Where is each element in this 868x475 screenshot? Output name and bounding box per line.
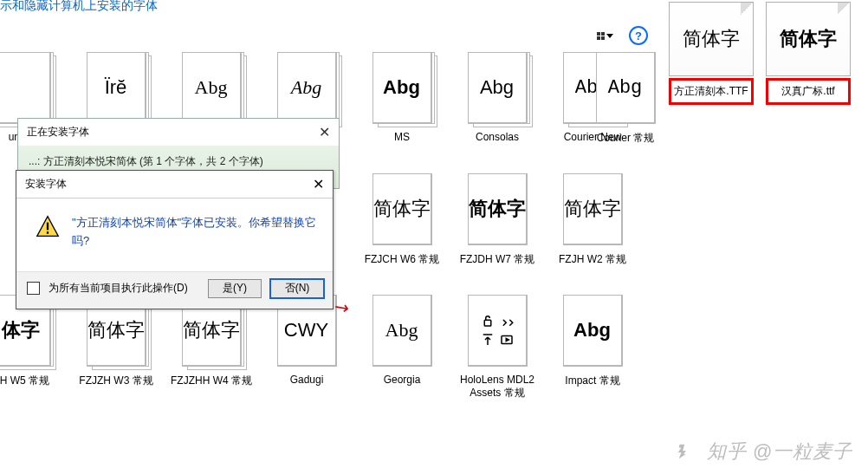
- warning-icon: [36, 214, 60, 251]
- font-grid-row-2: 简体字FZJCH W6 常规简体字FZJDH W7 常规简体字FZJH W2 常…: [355, 173, 639, 278]
- dialog-title: 安装字体: [25, 177, 67, 192]
- font-file-name-highlight: 汉真广标.ttf: [766, 78, 851, 105]
- font-item[interactable]: 简体字FZJDH W7 常规: [450, 173, 544, 278]
- grid-icon: [597, 32, 605, 40]
- font-item[interactable]: AbgMS: [355, 52, 449, 157]
- font-name: Consolas: [454, 131, 541, 157]
- no-button[interactable]: 否(N): [270, 279, 324, 298]
- font-item[interactable]: 简体字FZJH W2 常规: [546, 173, 639, 278]
- install-font-dialog: 安装字体 ✕ "方正清刻本悦宋简体"字体已安装。你希望替换它吗? 为所有当前项目…: [16, 170, 334, 309]
- font-item[interactable]: HoloLens MDL2 Assets 常规: [450, 295, 544, 400]
- font-preview: Abg: [372, 295, 432, 367]
- font-name: FZJZH W3 常规: [73, 374, 159, 400]
- font-preview: Abg: [563, 295, 623, 367]
- font-item[interactable]: 体字CH W5 常规: [0, 295, 68, 400]
- font-name: Courier 常规: [582, 131, 669, 157]
- yes-button[interactable]: 是(Y): [208, 279, 262, 298]
- font-name: Gadugi: [263, 374, 350, 400]
- view-mode-button[interactable]: [593, 30, 617, 42]
- font-preview: Abg: [372, 52, 432, 124]
- font-name: FZJDH W7 常规: [454, 252, 541, 278]
- font-name: Georgia: [359, 374, 445, 400]
- progress-title: 正在安装字体: [27, 125, 89, 140]
- font-file-preview: 简体字: [669, 2, 754, 76]
- chevron-down-icon: [606, 34, 613, 38]
- font-item[interactable]: Abg Courier 常规: [579, 52, 672, 157]
- font-name: FZJH W2 常规: [549, 252, 636, 278]
- svg-rect-4: [47, 223, 49, 231]
- font-file[interactable]: 简体字 方正清刻本.TTF: [669, 2, 754, 105]
- font-preview: Abg: [596, 52, 656, 124]
- font-name: FZJZHH W4 常规: [168, 374, 255, 400]
- close-icon[interactable]: ✕: [313, 176, 324, 192]
- svg-marker-2: [506, 339, 508, 342]
- font-item[interactable]: 简体字FZJCH W6 常规: [355, 173, 449, 278]
- apply-all-checkbox[interactable]: [27, 282, 40, 295]
- help-button[interactable]: ?: [629, 26, 648, 45]
- svg-rect-0: [484, 320, 491, 326]
- font-name: MS: [359, 131, 445, 157]
- font-preview: Abg: [277, 52, 337, 124]
- font-preview: Ïrĕ: [87, 52, 146, 124]
- dialog-message: "方正清刻本悦宋简体"字体已安装。你希望替换它吗?: [72, 214, 317, 251]
- font-preview: Abg: [182, 52, 242, 124]
- font-preview: Abg: [468, 52, 528, 124]
- font-name: CH W5 常规: [0, 374, 64, 400]
- apply-all-label: 为所有当前项目执行此操作(D): [49, 281, 199, 296]
- font-preview: 简体字: [468, 173, 528, 245]
- font-name: HoloLens MDL2 Assets 常规: [454, 374, 541, 400]
- font-preview: [0, 52, 51, 124]
- font-file[interactable]: 简体字 汉真广标.ttf: [766, 2, 851, 105]
- font-item[interactable]: AbgConsolas: [450, 52, 544, 157]
- font-preview: 简体字: [372, 173, 432, 245]
- font-item[interactable]: AbgImpact 常规: [546, 295, 639, 400]
- font-files-panel: 简体字 方正清刻本.TTF 简体字 汉真广标.ttf: [669, 2, 868, 105]
- font-name: FZJCH W6 常规: [359, 252, 445, 278]
- hide-fonts-link[interactable]: 示和隐藏计算机上安装的字体: [0, 0, 158, 14]
- font-file-preview: 简体字: [766, 2, 851, 76]
- font-item[interactable]: 简体字FZJZH W3 常规: [69, 295, 163, 400]
- toolbar: ?: [593, 26, 648, 45]
- font-preview: 简体字: [563, 173, 623, 245]
- font-item[interactable]: 简体字FZJZHH W4 常规: [165, 295, 258, 400]
- font-preview: [468, 295, 528, 367]
- font-file-name-highlight: 方正清刻本.TTF: [669, 78, 754, 105]
- font-name: Impact 常规: [549, 374, 636, 400]
- close-icon[interactable]: ✕: [319, 124, 330, 140]
- font-item[interactable]: AbgGeorgia: [355, 295, 449, 400]
- font-grid-row-3: 体字CH W5 常规简体字FZJZH W3 常规简体字FZJZHH W4 常规C…: [0, 295, 658, 400]
- watermark: 知乎 @一粒麦子: [676, 439, 852, 465]
- svg-rect-5: [47, 231, 49, 234]
